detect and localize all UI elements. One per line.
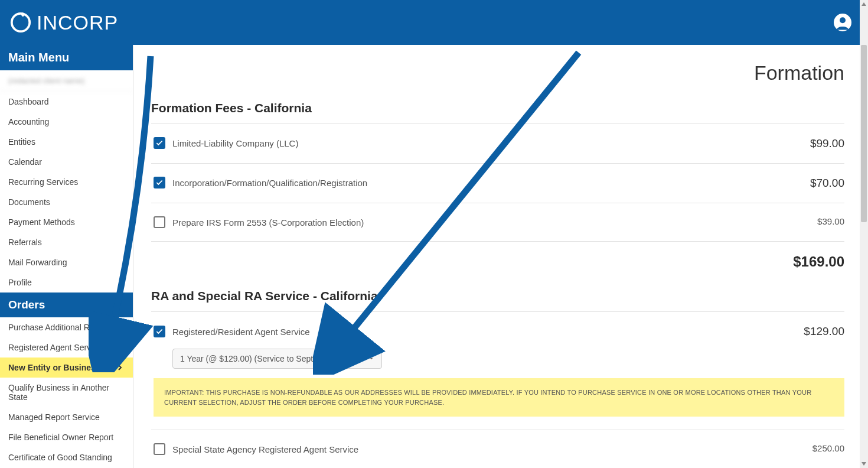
sidebar-item-label: Referrals xyxy=(8,238,42,247)
checkbox-llc[interactable] xyxy=(154,137,165,149)
fee-price: $70.00 xyxy=(810,177,844,190)
scrollbar-thumb[interactable] xyxy=(861,45,867,222)
sidebar: Main Menu (redacted client name) Dashboa… xyxy=(0,45,133,468)
sidebar-item-entities[interactable]: Entities xyxy=(0,132,133,152)
fee-row-special-ra: Special State Agency Registered Agent Se… xyxy=(151,430,844,468)
chevron-down-icon xyxy=(368,356,374,362)
sidebar-item-label: Calendar xyxy=(8,157,42,167)
section-title: Formation Fees - California xyxy=(151,101,844,115)
sidebar-client-name: (redacted client name) xyxy=(0,70,133,92)
select-value: 1 Year (@ $129.00) (Service to September… xyxy=(180,354,360,363)
topbar: INCORP xyxy=(0,0,868,45)
section-title: RA and Special RA Service - California xyxy=(151,289,844,303)
chevron-right-icon xyxy=(115,363,125,372)
svg-point-3 xyxy=(840,17,846,23)
sidebar-item-calendar[interactable]: Calendar xyxy=(0,152,133,172)
sidebar-item-label: New Entity or Business xyxy=(8,363,100,372)
sidebar-order-new-entity[interactable]: New Entity or Business xyxy=(0,358,133,378)
sidebar-item-profile[interactable]: Profile xyxy=(0,272,133,292)
sidebar-item-dashboard[interactable]: Dashboard xyxy=(0,92,133,112)
svg-point-1 xyxy=(13,15,29,31)
user-icon[interactable] xyxy=(834,14,851,31)
sidebar-item-mail[interactable]: Mail Forwarding xyxy=(0,252,133,272)
sidebar-main-menu-header: Main Menu xyxy=(0,45,133,70)
sidebar-item-label: Managed Report Service xyxy=(8,412,100,422)
brand-name: INCORP xyxy=(37,11,118,34)
brand-icon xyxy=(9,11,32,34)
fee-label: Incorporation/Formation/Qualification/Re… xyxy=(172,178,367,188)
formation-fees-section: Formation Fees - California Limited-Liab… xyxy=(151,101,844,274)
sidebar-item-label: Certificate of Good Standing xyxy=(8,453,112,462)
sidebar-item-label: Recurring Services xyxy=(8,177,78,187)
checkbox-special-ra[interactable] xyxy=(154,443,165,455)
fee-label: Prepare IRS Form 2553 (S-Corporation Ele… xyxy=(172,217,364,228)
sidebar-order-registered-agent[interactable]: Registered Agent Service xyxy=(0,337,133,358)
formation-subtotal: $169.00 xyxy=(793,254,844,270)
formation-subtotal-row: $169.00 xyxy=(151,241,844,274)
sidebar-item-documents[interactable]: Documents xyxy=(0,192,133,212)
sidebar-order-qualify[interactable]: Qualify Business in Another State xyxy=(0,378,133,407)
sidebar-item-accounting[interactable]: Accounting xyxy=(0,112,133,132)
ra-term-select[interactable]: 1 Year (@ $129.00) (Service to September… xyxy=(172,349,382,369)
sidebar-order-managed-report[interactable]: Managed Report Service xyxy=(0,407,133,427)
fee-row-ra: Registered/Resident Agent Service $129.0… xyxy=(151,311,844,430)
sidebar-order-good-standing[interactable]: Certificate of Good Standing xyxy=(0,447,133,467)
sidebar-item-referrals[interactable]: Referrals xyxy=(0,232,133,252)
sidebar-item-label: File Beneficial Owner Report xyxy=(8,433,113,442)
ra-notice: IMPORTANT: THIS PURCHASE IS NON-REFUNDAB… xyxy=(154,378,844,417)
sidebar-item-label: Qualify Business in Another State xyxy=(8,383,125,402)
fee-row-irs2553: Prepare IRS Form 2553 (S-Corporation Ele… xyxy=(151,203,844,241)
checkbox-incorp[interactable] xyxy=(154,177,165,188)
sidebar-item-label: Dashboard xyxy=(8,97,49,106)
sidebar-item-label: Payment Methods xyxy=(8,217,75,227)
scroll-down-icon[interactable] xyxy=(861,461,867,467)
fee-row-llc: Limited-Liability Company (LLC) $99.00 xyxy=(151,124,844,163)
window-scrollbar[interactable] xyxy=(860,0,868,468)
sidebar-item-label: Mail Forwarding xyxy=(8,258,67,267)
page-title: Formation xyxy=(151,61,844,84)
checkbox-irs2553[interactable] xyxy=(154,216,165,228)
sidebar-item-recurring[interactable]: Recurring Services xyxy=(0,172,133,192)
sidebar-item-label: Accounting xyxy=(8,117,49,126)
sidebar-order-beneficial-owner[interactable]: File Beneficial Owner Report xyxy=(0,427,133,447)
scroll-up-icon[interactable] xyxy=(861,1,867,7)
sidebar-orders-header: Orders xyxy=(0,292,133,317)
fee-price: $39.00 xyxy=(817,216,844,226)
sidebar-item-label: Purchase Additional RA Years xyxy=(8,323,118,332)
brand-logo[interactable]: INCORP xyxy=(9,11,118,34)
fee-label: Limited-Liability Company (LLC) xyxy=(172,138,298,148)
ra-service-section: RA and Special RA Service - California R… xyxy=(151,289,844,468)
fee-row-incorp: Incorporation/Formation/Qualification/Re… xyxy=(151,163,844,203)
sidebar-item-label: Registered Agent Service xyxy=(8,343,102,352)
sidebar-item-label: Documents xyxy=(8,197,50,207)
checkbox-ra[interactable] xyxy=(154,326,165,337)
fee-label: Registered/Resident Agent Service xyxy=(172,327,310,337)
sidebar-item-payment[interactable]: Payment Methods xyxy=(0,212,133,232)
sidebar-item-label: Entities xyxy=(8,137,35,147)
fee-price: $129.00 xyxy=(804,325,844,338)
main-content: Formation Formation Fees - California Li… xyxy=(133,45,868,468)
sidebar-order-purchase-ra-years[interactable]: Purchase Additional RA Years xyxy=(0,317,133,337)
fee-label: Special State Agency Registered Agent Se… xyxy=(172,444,358,454)
fee-price: $99.00 xyxy=(810,137,844,150)
fee-price: $250.00 xyxy=(812,443,844,453)
sidebar-item-label: Profile xyxy=(8,278,32,287)
